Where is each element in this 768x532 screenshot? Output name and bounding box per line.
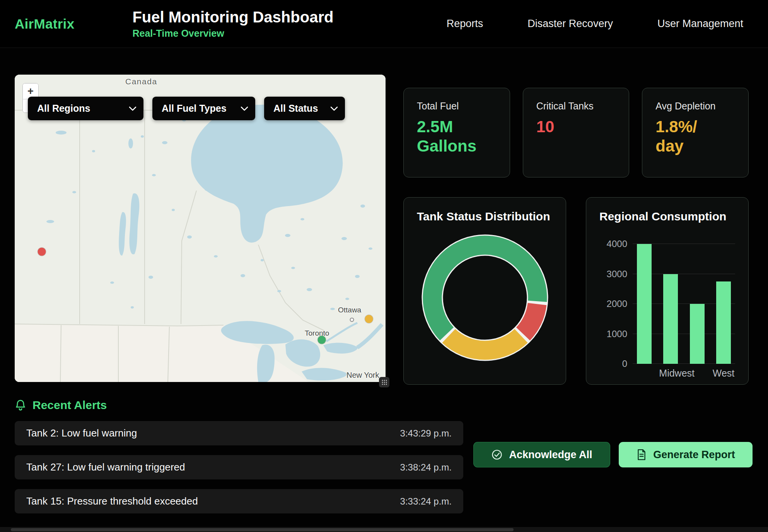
tank-status-chart-card: Tank Status Distribution	[403, 197, 566, 385]
page-subtitle: Real-Time Overview	[132, 28, 333, 39]
stat-card-critical-tanks: Critical Tanks 10	[523, 88, 630, 177]
chart-title: Tank Status Distribution	[417, 210, 553, 223]
status-filter-select[interactable]: All Status	[264, 97, 345, 120]
alerts-header: Recent Alerts	[15, 399, 753, 412]
status-filter-value: All Status	[273, 103, 318, 114]
page-title: Fuel Monitoring Dashboard	[132, 9, 333, 26]
tank-status-donut-chart[interactable]	[420, 233, 550, 362]
chevron-down-icon	[129, 106, 137, 111]
stat-card-avg-depletion: Avg Depletion 1.8%/ day	[642, 88, 749, 177]
map-markers-layer	[15, 75, 386, 382]
alert-message: Tank 2: Low fuel warning	[26, 427, 137, 439]
bar-y-tick: 0	[622, 358, 627, 369]
nav-reports[interactable]: Reports	[447, 18, 483, 30]
bar-series-2[interactable]	[690, 304, 705, 364]
map[interactable]: Canada Ottawa Toronto New York + All Reg…	[15, 75, 386, 382]
tank-marker-warning[interactable]	[365, 315, 373, 323]
alert-list: Tank 2: Low fuel warning 3:43:29 p.m. Ta…	[15, 421, 463, 513]
alert-message: Tank 15: Pressure threshold exceeded	[26, 495, 198, 507]
bar-slot	[633, 244, 656, 364]
stat-value: 10	[536, 117, 616, 136]
region-filter-select[interactable]: All Regions	[28, 97, 143, 120]
regional-consumption-bar-chart: 01000200030004000 MidwestWest	[599, 244, 735, 379]
bar-x-tick: Midwest	[659, 368, 682, 379]
bar-y-tick: 2000	[607, 298, 627, 309]
donut-segment-warning[interactable]	[449, 336, 521, 350]
chevron-down-icon	[241, 106, 248, 111]
regional-consumption-chart-card: Regional Consumption 01000200030004000 M…	[586, 197, 749, 385]
bar-slot	[659, 244, 682, 364]
alerts-title: Recent Alerts	[32, 399, 107, 412]
document-icon	[636, 449, 647, 460]
stat-card-total-fuel: Total Fuel 2.5M Gallons	[403, 88, 510, 177]
bar-Midwest[interactable]	[663, 274, 678, 364]
horizontal-scrollbar-thumb[interactable]	[11, 528, 514, 531]
generate-report-label: Generate Report	[653, 449, 735, 461]
alert-timestamp: 3:43:29 p.m.	[400, 428, 452, 439]
stat-label: Critical Tanks	[536, 101, 616, 112]
app-header: AirMatrix Fuel Monitoring Dashboard Real…	[0, 0, 768, 48]
bar-series-0[interactable]	[637, 244, 652, 364]
stat-label: Avg Depletion	[655, 101, 735, 112]
map-filter-bar: All Regions All Fuel Types All Status	[28, 97, 345, 120]
stat-value: 2.5M Gallons	[417, 117, 497, 156]
horizontal-scrollbar-track	[0, 527, 768, 532]
acknowledge-all-button[interactable]: Acknowledge All	[473, 442, 610, 467]
tank-marker-critical[interactable]	[38, 247, 46, 256]
bell-icon	[15, 399, 26, 411]
alert-timestamp: 3:38:24 p.m.	[400, 462, 452, 473]
bar-y-tick: 1000	[607, 329, 627, 339]
charts-row: Tank Status Distribution Regional Consum…	[403, 197, 749, 385]
alert-message: Tank 27: Low fuel warning triggered	[26, 461, 185, 473]
bar-West[interactable]	[716, 281, 731, 364]
chart-title: Regional Consumption	[599, 210, 735, 223]
bar-chart-plot-area: MidwestWest	[633, 244, 735, 379]
bar-slot	[686, 244, 709, 364]
bar-chart-bars	[633, 244, 735, 364]
bar-x-tick	[686, 368, 709, 379]
main-content: Canada Ottawa Toronto New York + All Reg…	[0, 48, 768, 385]
region-filter-value: All Regions	[37, 103, 90, 114]
alert-row[interactable]: Tank 2: Low fuel warning 3:43:29 p.m.	[15, 421, 463, 445]
stats-row: Total Fuel 2.5M Gallons Critical Tanks 1…	[403, 88, 749, 177]
bar-y-tick: 3000	[607, 269, 627, 280]
check-circle-icon	[491, 449, 503, 460]
map-resize-handle[interactable]	[379, 377, 389, 387]
nav-user-management[interactable]: User Management	[657, 18, 743, 30]
bar-slot	[712, 244, 735, 364]
recent-alerts-section: Recent Alerts Tank 2: Low fuel warning 3…	[0, 399, 768, 513]
stat-label: Total Fuel	[417, 101, 497, 112]
tank-marker-normal[interactable]	[318, 336, 326, 344]
stat-value: 1.8%/ day	[655, 117, 735, 156]
map-panel: Canada Ottawa Toronto New York + All Reg…	[15, 75, 386, 382]
alert-row[interactable]: Tank 15: Pressure threshold exceeded 3:3…	[15, 489, 463, 513]
donut-segment-critical[interactable]	[523, 304, 537, 334]
bar-x-tick: West	[712, 368, 735, 379]
app-logo: AirMatrix	[15, 16, 74, 32]
nav-disaster-recovery[interactable]: Disaster Recovery	[527, 18, 613, 30]
bar-chart-y-axis: 01000200030004000	[599, 244, 633, 364]
grip-dots-icon	[382, 380, 387, 385]
alert-timestamp: 3:33:24 p.m.	[400, 496, 452, 507]
acknowledge-all-label: Acknowledge All	[509, 449, 592, 461]
title-block: Fuel Monitoring Dashboard Real-Time Over…	[132, 9, 333, 39]
main-nav: Reports Disaster Recovery User Managemen…	[447, 18, 743, 30]
bar-chart-x-axis: MidwestWest	[633, 368, 735, 379]
right-column: Total Fuel 2.5M Gallons Critical Tanks 1…	[403, 75, 749, 385]
fuel-type-filter-value: All Fuel Types	[162, 103, 227, 114]
generate-report-button[interactable]: Generate Report	[619, 442, 753, 467]
alert-row[interactable]: Tank 27: Low fuel warning triggered 3:38…	[15, 455, 463, 479]
bar-y-tick: 4000	[607, 239, 627, 249]
chevron-down-icon	[330, 106, 338, 111]
alert-actions: Acknowledge All Generate Report	[473, 442, 753, 467]
bar-x-tick	[633, 368, 656, 379]
fuel-type-filter-select[interactable]: All Fuel Types	[152, 97, 255, 120]
